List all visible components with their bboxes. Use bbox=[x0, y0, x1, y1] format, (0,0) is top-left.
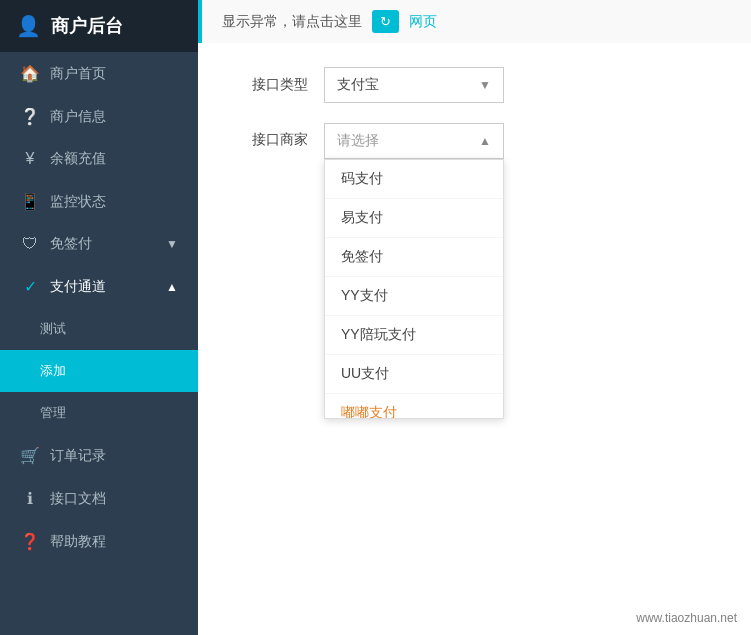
user-icon: 👤 bbox=[16, 14, 41, 38]
help-icon: ❓ bbox=[20, 532, 40, 551]
sidebar-item-channel[interactable]: ✓ 支付通道 ▲ bbox=[0, 265, 198, 308]
sidebar-item-info[interactable]: ❔ 商户信息 bbox=[0, 95, 198, 138]
interface-merchant-select[interactable]: 请选择 ▲ bbox=[324, 123, 504, 159]
home-icon: 🏠 bbox=[20, 64, 40, 83]
sidebar-item-api[interactable]: ℹ 接口文档 bbox=[0, 477, 198, 520]
refresh-button[interactable]: ↻ bbox=[372, 10, 399, 33]
dropdown-item-uu[interactable]: UU支付 bbox=[325, 355, 503, 394]
dropdown-menu: 码支付 易支付 免签付 YY支付 YY陪玩支付 UU支付 嘟嘟支付 STORE支… bbox=[324, 159, 504, 419]
interface-merchant-label: 接口商家 bbox=[238, 131, 308, 149]
dropdown-item-yypeilan[interactable]: YY陪玩支付 bbox=[325, 316, 503, 355]
dropdown-item-yy[interactable]: YY支付 bbox=[325, 277, 503, 316]
sidebar-item-label: 商户首页 bbox=[50, 65, 106, 83]
sidebar-item-nosign[interactable]: 🛡 免签付 ▼ bbox=[0, 223, 198, 265]
sidebar-item-recharge[interactable]: ¥ 余额充值 bbox=[0, 138, 198, 180]
interface-type-row: 接口类型 支付宝 ▼ bbox=[238, 67, 711, 103]
sidebar-item-help[interactable]: ❓ 帮助教程 bbox=[0, 520, 198, 563]
web-link[interactable]: 网页 bbox=[409, 13, 437, 31]
interface-type-select[interactable]: 支付宝 ▼ bbox=[324, 67, 504, 103]
alert-text: 显示异常，请点击这里 bbox=[222, 13, 362, 31]
app-title: 商户后台 bbox=[51, 14, 123, 38]
sidebar-item-label: 帮助教程 bbox=[50, 533, 106, 551]
dropdown-item-yi[interactable]: 易支付 bbox=[325, 199, 503, 238]
interface-merchant-row: 接口商家 请选择 ▲ 码支付 易支付 免签付 YY支付 YY陪玩支付 UU支付 … bbox=[238, 123, 711, 159]
yen-icon: ¥ bbox=[20, 150, 40, 168]
sidebar-item-label: 余额充值 bbox=[50, 150, 106, 168]
sidebar-header: 👤 商户后台 bbox=[0, 0, 198, 52]
channel-icon: ✓ bbox=[20, 277, 40, 296]
sidebar-item-manage[interactable]: 管理 bbox=[0, 392, 198, 434]
chevron-up-icon: ▲ bbox=[479, 134, 491, 148]
doc-icon: ℹ bbox=[20, 489, 40, 508]
dropdown-item-mian[interactable]: 免签付 bbox=[325, 238, 503, 277]
dropdown-item-ma[interactable]: 码支付 bbox=[325, 160, 503, 199]
arrow-up-icon: ▲ bbox=[166, 280, 178, 294]
interface-type-value: 支付宝 bbox=[337, 76, 379, 94]
interface-merchant-placeholder: 请选择 bbox=[337, 132, 379, 150]
sidebar-item-add[interactable]: 添加 bbox=[0, 350, 198, 392]
dropdown-item-nana[interactable]: 嘟嘟支付 bbox=[325, 394, 503, 419]
sidebar-item-home[interactable]: 🏠 商户首页 bbox=[0, 52, 198, 95]
sidebar-item-label: 管理 bbox=[40, 404, 66, 422]
sidebar-item-label: 免签付 bbox=[50, 235, 92, 253]
shield-icon: 🛡 bbox=[20, 235, 40, 253]
sidebar-item-label: 支付通道 bbox=[50, 278, 106, 296]
sidebar-item-label: 测试 bbox=[40, 320, 66, 338]
interface-merchant-dropdown-container: 请选择 ▲ 码支付 易支付 免签付 YY支付 YY陪玩支付 UU支付 嘟嘟支付 … bbox=[324, 123, 504, 159]
form-area: 接口类型 支付宝 ▼ 接口商家 请选择 ▲ 码支付 易支付 免签付 YY支付 Y… bbox=[198, 43, 751, 635]
sidebar: 👤 商户后台 🏠 商户首页 ❔ 商户信息 ¥ 余额充值 📱 监控状态 🛡 免签付… bbox=[0, 0, 198, 635]
monitor-icon: 📱 bbox=[20, 192, 40, 211]
sidebar-item-monitor[interactable]: 📱 监控状态 bbox=[0, 180, 198, 223]
sidebar-item-test[interactable]: 测试 bbox=[0, 308, 198, 350]
sidebar-item-label: 监控状态 bbox=[50, 193, 106, 211]
alert-bar: 显示异常，请点击这里 ↻ 网页 bbox=[198, 0, 751, 43]
info-icon: ❔ bbox=[20, 107, 40, 126]
main-content: 显示异常，请点击这里 ↻ 网页 接口类型 支付宝 ▼ 接口商家 请选择 ▲ 码支… bbox=[198, 0, 751, 635]
sidebar-item-label: 订单记录 bbox=[50, 447, 106, 465]
sidebar-item-orders[interactable]: 🛒 订单记录 bbox=[0, 434, 198, 477]
sidebar-item-label: 接口文档 bbox=[50, 490, 106, 508]
sidebar-item-label: 商户信息 bbox=[50, 108, 106, 126]
chevron-down-icon: ▼ bbox=[479, 78, 491, 92]
sidebar-nav: 🏠 商户首页 ❔ 商户信息 ¥ 余额充值 📱 监控状态 🛡 免签付 ▼ ✓ 支付… bbox=[0, 52, 198, 635]
arrow-down-icon: ▼ bbox=[166, 237, 178, 251]
watermark: www.tiaozhuan.net bbox=[630, 609, 743, 627]
sidebar-item-label: 添加 bbox=[40, 362, 66, 380]
interface-type-label: 接口类型 bbox=[238, 76, 308, 94]
cart-icon: 🛒 bbox=[20, 446, 40, 465]
